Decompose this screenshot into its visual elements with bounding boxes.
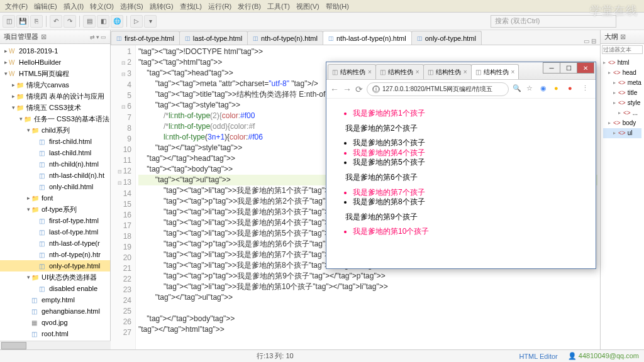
nav-fwd[interactable]: → <box>343 84 352 94</box>
menu-item[interactable]: 运行(R) <box>206 1 234 11</box>
outline-item[interactable]: ▸<>body <box>603 118 641 128</box>
outline-tree[interactable]: ▸<>html▸<>head▸<>meta▸<>title▸<>style▸<>… <box>601 55 644 141</box>
tree-item[interactable]: ◫last-of-type.html <box>0 226 110 238</box>
project-explorer: 项目管理器 ⊠ ⇄▾▭ ▸W2018-2019-1▸WHelloHBuilder… <box>0 30 111 349</box>
menu-item[interactable]: 插入(I) <box>61 1 86 11</box>
tree-item[interactable]: ▸📁情境六canvas <box>0 79 110 90</box>
tree-item[interactable]: ▾📁任务一 CSS3的基本语法 <box>0 113 110 124</box>
tree-item[interactable]: ▸📁font <box>0 192 110 204</box>
watermark: 学堂在线 <box>590 3 638 18</box>
outline-item[interactable]: ▸<>... <box>603 108 641 118</box>
menu-item[interactable]: 文件(F) <box>3 1 30 11</box>
tree-item[interactable]: ▸W2018-2019-1 <box>0 45 110 57</box>
menu-item[interactable]: 发行(B) <box>235 1 264 11</box>
tree-item[interactable]: ◫nth-child(n).html <box>0 158 110 170</box>
menu-item[interactable]: 选择(S) <box>118 1 146 11</box>
browser-tab[interactable]: ◫结构性伪× <box>375 64 424 79</box>
tb-b3[interactable]: 🌐 <box>111 15 123 28</box>
outline-item[interactable]: ▸<>meta <box>603 78 641 88</box>
outline-item[interactable]: ▸<>title <box>603 88 641 98</box>
outline-item[interactable]: ▸<>style <box>603 98 641 108</box>
tree-item[interactable]: ◫disabled enable <box>0 283 110 294</box>
outline-item[interactable]: ▸<>head <box>603 68 641 78</box>
tb-b1[interactable]: ▤ <box>83 15 96 28</box>
browser-tab[interactable]: ◫结构性伪× <box>423 64 472 79</box>
file-tree[interactable]: ▸W2018-2019-1▸WHelloHBuilder▾WHTML5网页编程▸… <box>0 44 110 349</box>
editor-tab[interactable]: ◫first-of-type.html <box>111 31 180 45</box>
editor-tab[interactable]: ◫nth-of-type(n).html <box>247 31 323 45</box>
tree-item[interactable]: ◫only-of-type.html <box>0 260 110 272</box>
ext1-icon[interactable]: ◉ <box>540 84 550 94</box>
user-link[interactable]: 44810049@qq.com <box>579 352 639 359</box>
outline-item[interactable]: ▸<>ul <box>603 128 641 138</box>
tb-new[interactable]: ◫ <box>3 15 15 28</box>
address-bar[interactable]: ⓘ127.0.0.1:8020/HTML5网页编程/情境五 <box>367 82 509 96</box>
tree-item[interactable]: ▾📁of-type系列 <box>0 204 110 215</box>
zoom-icon[interactable]: 🔍 <box>513 84 523 94</box>
tree-item[interactable]: ▾WHTML5网页编程 <box>0 68 110 79</box>
menu-icon[interactable]: ⋮ <box>582 84 592 94</box>
tree-item[interactable]: ◫first-child.html <box>0 136 110 147</box>
line-gutter: 1⊟2⊟345⊟67891011⊟12⊟13141516171819202122… <box>111 45 136 349</box>
panel-min-icon[interactable]: ▭ <box>101 34 106 40</box>
outline-item[interactable]: ▸<>html <box>603 58 641 68</box>
ext3-icon[interactable]: ● <box>568 84 578 94</box>
list-item: 我是爹地的第4个孩子 <box>353 148 596 158</box>
tree-item[interactable]: ◫empty.html <box>0 294 110 305</box>
menu-item[interactable]: 转义(O) <box>87 1 116 11</box>
tb-save[interactable]: 💾 <box>16 15 29 28</box>
menu-item[interactable]: 工具(T) <box>265 1 292 11</box>
tb-redo[interactable]: ↷ <box>64 15 76 28</box>
browser-titlebar[interactable]: ◫结构性伪×◫结构性伪×◫结构性伪×◫结构性伪× ─ ☐ ✕ <box>326 62 596 80</box>
browser-tab[interactable]: ◫结构性伪× <box>471 64 519 79</box>
tb-saveall[interactable]: ⎘ <box>30 15 43 28</box>
tree-item[interactable]: ◫nth-last-child(n).ht <box>0 170 110 181</box>
nav-reload[interactable]: ⟳ <box>355 84 363 94</box>
menu-item[interactable]: 跳转(G) <box>147 1 176 11</box>
filter-input[interactable] <box>602 45 643 54</box>
win-max[interactable]: ☐ <box>560 62 577 74</box>
tree-item[interactable]: ◫only-child.html <box>0 181 110 192</box>
browser-tab[interactable]: ◫结构性伪× <box>328 64 376 79</box>
list-item: 我是爹地的第1个孩子 <box>353 109 596 119</box>
menu-item[interactable]: 编辑(E) <box>31 1 60 11</box>
tree-item[interactable]: ▸📁情境四 表单的设计与应用 <box>0 90 110 102</box>
win-min[interactable]: ─ <box>543 62 560 74</box>
win-close[interactable]: ✕ <box>577 62 594 74</box>
tree-item[interactable]: ◫gehangbianse.html <box>0 305 110 317</box>
tree-item[interactable]: ◫nth-of-type(n).htr <box>0 249 110 260</box>
panel-title: 项目管理器 <box>4 32 38 41</box>
outline-title: 大纲 <box>604 32 618 41</box>
tree-item[interactable]: ◫first-of-type.html <box>0 215 110 226</box>
star-icon[interactable]: ☆ <box>526 84 536 94</box>
tree-item[interactable]: ▦qvod.jpg <box>0 317 110 328</box>
tb-undo[interactable]: ↶ <box>50 15 62 28</box>
menu-item[interactable]: 查找(L) <box>177 1 204 11</box>
editor-tab[interactable]: ◫nth-last-of-type(n).html <box>323 31 412 45</box>
ext2-icon[interactable]: ● <box>554 84 564 94</box>
tree-item[interactable]: ▾📁情境五 CSS3技术 <box>0 102 110 113</box>
cursor-pos: 行:13 列: 10 <box>257 351 294 361</box>
list-item: 我是爹地的第5个孩子 <box>353 158 596 168</box>
tree-item[interactable]: ▾📁UI状态伪类选择器 <box>0 272 110 283</box>
panel-menu-icon[interactable]: ▾ <box>96 34 99 40</box>
tree-item[interactable]: ◫root.html <box>0 328 110 339</box>
menu-item[interactable]: 视图(V) <box>294 1 322 11</box>
editor-tab[interactable]: ◫only-of-type.html <box>411 31 482 45</box>
paragraph: 我是爹地的第2个孩子 <box>345 124 596 134</box>
menu-item[interactable]: 帮助(H) <box>323 1 352 11</box>
editor-tab[interactable]: ◫last-of-type.html <box>179 31 248 45</box>
tree-item[interactable]: ▾📁child系列 <box>0 124 110 136</box>
tree-item[interactable]: ◫last-child.html <box>0 147 110 158</box>
tb-b2[interactable]: ◧ <box>97 15 109 28</box>
tb-run[interactable]: ▷ <box>130 15 143 28</box>
outline-panel: 大纲 ⊠ ▸<>html▸<>head▸<>meta▸<>title▸<>sty… <box>600 30 644 349</box>
nav-back[interactable]: ← <box>330 84 339 94</box>
tree-item[interactable]: ◫nth-last-of-type(r <box>0 238 110 249</box>
tree-item[interactable]: ▸WHelloHBuilder <box>0 57 110 68</box>
tb-cfg[interactable]: ▾ <box>144 15 157 28</box>
browser-window: ◫结构性伪×◫结构性伪×◫结构性伪×◫结构性伪× ─ ☐ ✕ ← → ⟳ ⓘ12… <box>326 62 596 269</box>
h-scrollbar[interactable] <box>0 341 111 349</box>
panel-link-icon[interactable]: ⇄ <box>90 34 95 40</box>
editor-tabs: ◫first-of-type.html◫last-of-type.html◫nt… <box>111 30 600 45</box>
